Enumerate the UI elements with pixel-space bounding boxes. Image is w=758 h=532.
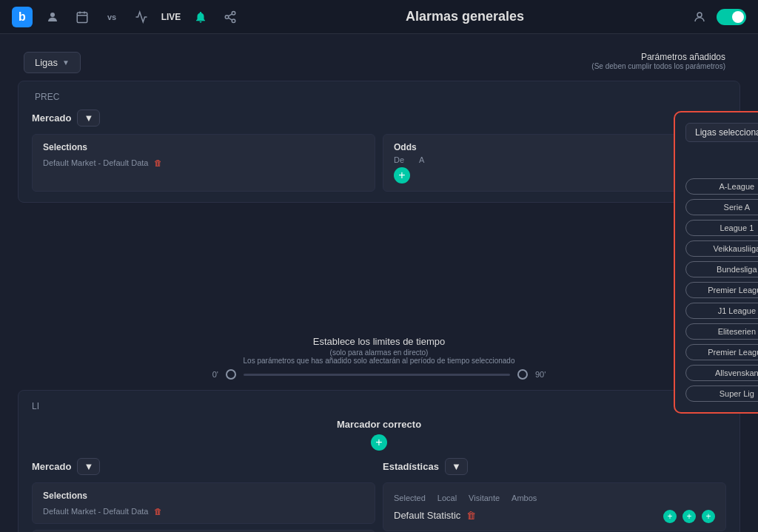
odds-header: Odds: [394, 142, 715, 152]
default-market: Default Market - Default Data 🗑: [43, 158, 364, 167]
marcador-section: Marcador correcto +: [32, 419, 726, 451]
time-start: 0': [212, 370, 218, 379]
svg-point-10: [697, 13, 702, 17]
page-title: Alarmas generales: [238, 9, 691, 24]
time-end: 90': [535, 370, 546, 379]
league-tag[interactable]: Serie A: [685, 199, 758, 215]
svg-point-7: [232, 19, 235, 23]
odds-labels: De A: [394, 155, 715, 164]
first-section-card: PREC Mercado ▼ Selections Default Market…: [18, 81, 740, 203]
vs-icon[interactable]: vs: [104, 9, 120, 25]
nav-right: [691, 9, 746, 25]
estadisticas-dropdown[interactable]: ▼: [445, 458, 468, 475]
estadisticas-label: Estadísticas: [383, 461, 439, 472]
default-stat: Default Statistic 🗑: [394, 510, 476, 521]
estadisticas-box: Selected Local Visitante Ambos Default S…: [383, 482, 726, 531]
league-tag[interactable]: Eliteserien: [685, 323, 758, 340]
add-visitante-btn[interactable]: +: [682, 510, 696, 523]
time-section: Establece los limites de tiempo (solo pa…: [18, 336, 740, 380]
time-sub1: (solo para alarmas en directo): [18, 349, 740, 357]
league-tag[interactable]: Veikkausliiga: [685, 240, 758, 257]
marcador-label: Marcador correcto: [32, 419, 726, 430]
background-content: Ligas ▼ Parámetros añadidos (Se deben cu…: [0, 34, 758, 532]
ambos-col: Ambos: [512, 494, 537, 502]
add-ambos-btn[interactable]: +: [702, 510, 715, 523]
share-icon[interactable]: [222, 9, 238, 25]
slider-start-dot[interactable]: [226, 369, 236, 380]
mercado2-sel-header: Selections: [43, 491, 364, 501]
league-tag[interactable]: Bundesliga: [685, 261, 758, 277]
mercado-label: Mercado: [32, 112, 71, 124]
mercado2-label: Mercado: [32, 461, 71, 472]
mercado2-default-market: Default Market - Default Data 🗑: [43, 507, 364, 516]
slider-end-dot[interactable]: [517, 369, 528, 380]
svg-line-8: [228, 18, 232, 20]
ligas-dropdown[interactable]: Ligas ▼: [24, 52, 81, 73]
toggle-switch[interactable]: [717, 9, 746, 25]
page-wrapper: Ligas ▼ Parámetros añadidos (Se deben cu…: [0, 34, 758, 532]
mercado2-sel-box: Selections Default Market - Default Data…: [32, 482, 375, 524]
league-tag[interactable]: A-League: [685, 178, 758, 195]
second-section-card: LI Marcador correcto + Mercado ▼ Selecti…: [18, 390, 740, 532]
delete-stat-icon[interactable]: 🗑: [466, 510, 476, 521]
add-local-btn[interactable]: +: [663, 510, 677, 523]
leagues-selected-btn[interactable]: Ligas seleccionadas (33) ▼: [685, 123, 758, 142]
popup-title: Leagues Selected: [685, 152, 758, 168]
league-tag[interactable]: League 1: [685, 220, 758, 236]
li-label: LI: [32, 401, 726, 411]
leagues-popup-panel: Ligas seleccionadas (33) ▼ Leagues Selec…: [674, 111, 758, 414]
league-tag[interactable]: Super Lig: [685, 385, 758, 402]
time-sub2: Los parámetros que has añadido solo afec…: [18, 357, 740, 365]
svg-line-9: [228, 13, 232, 16]
local-col: Local: [437, 494, 457, 502]
leagues-grid: A-League Bundesliga Pro-League Serie A S…: [685, 178, 758, 402]
params-subtitle: (Se deben cumplir todos los parámetros): [591, 62, 725, 70]
bell-icon[interactable]: [192, 9, 209, 25]
add-odds-button[interactable]: +: [394, 167, 410, 183]
calendar-icon[interactable]: [74, 9, 90, 25]
top-navigation: b vs LIVE: [0, 0, 758, 34]
bottom-grid: Mercado ▼ Selections Default Market - De…: [32, 458, 726, 532]
selected-col: Selected: [394, 494, 426, 502]
prec-label: PREC: [32, 92, 726, 102]
selections-header: Selections: [43, 142, 364, 152]
svg-point-5: [232, 11, 235, 15]
league-tag[interactable]: Allsvenskan: [685, 365, 758, 381]
mercado-dropdown[interactable]: ▼: [77, 110, 100, 127]
time-title: Establece los limites de tiempo: [18, 336, 740, 347]
selections-grid: Selections Default Market - Default Data…: [32, 134, 726, 192]
delete-market2-icon[interactable]: 🗑: [154, 507, 162, 516]
mercado2-section: Mercado ▼ Selections Default Market - De…: [32, 458, 375, 532]
app-logo[interactable]: b: [12, 7, 33, 27]
slider-line: [244, 374, 510, 376]
estadisticas-section: Estadísticas ▼ Selected Local Visitante …: [383, 458, 726, 532]
time-slider[interactable]: 0' 90': [18, 369, 740, 380]
nav-icons-group: vs LIVE: [44, 9, 238, 25]
person-icon[interactable]: [44, 9, 61, 25]
add-marcador-button[interactable]: +: [371, 434, 387, 451]
chart-icon[interactable]: [133, 9, 150, 25]
league-tag[interactable]: Premier League: [685, 344, 758, 360]
popup-header: Ligas seleccionadas (33) ▼: [685, 123, 758, 142]
live-label[interactable]: LIVE: [163, 9, 179, 25]
league-tag[interactable]: Premier League: [685, 282, 758, 298]
mercado2-dropdown[interactable]: ▼: [77, 458, 100, 475]
visitante-col: Visitante: [469, 494, 500, 502]
league-tag[interactable]: J1 League: [685, 303, 758, 319]
estadisticas-cols: Selected Local Visitante Ambos: [394, 494, 715, 502]
user-settings-icon[interactable]: [691, 9, 708, 25]
svg-point-0: [50, 13, 55, 17]
mercado-row: Mercado ▼: [32, 110, 726, 127]
ligas-arrow-icon: ▼: [62, 58, 70, 67]
delete-market-icon[interactable]: 🗑: [154, 158, 162, 167]
svg-rect-1: [77, 13, 87, 23]
params-title: Parámetros añadidos: [591, 52, 725, 62]
svg-point-6: [225, 15, 229, 18]
selections-box: Selections Default Market - Default Data…: [32, 134, 375, 192]
